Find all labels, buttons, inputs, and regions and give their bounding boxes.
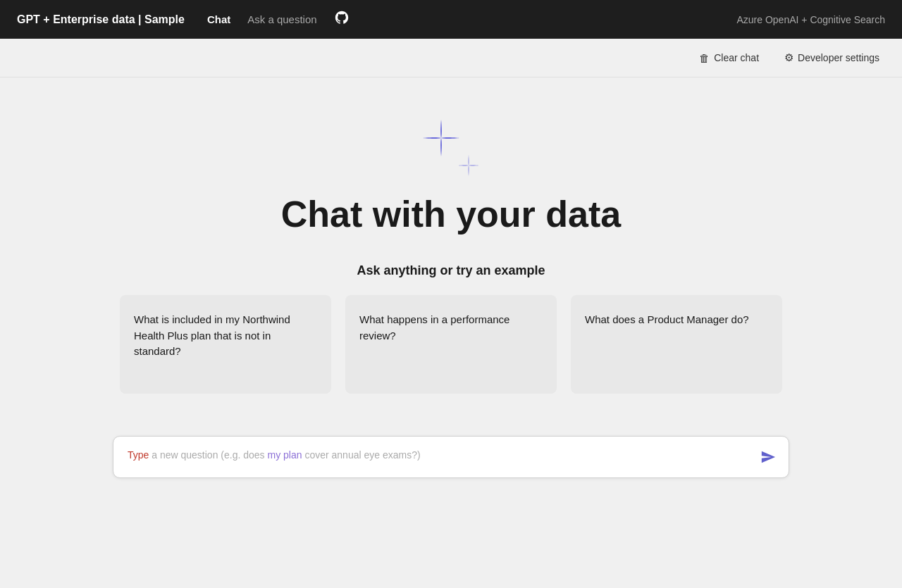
placeholder-plan: plan [283, 449, 302, 461]
example-card-2[interactable]: What happens in a performance review? [345, 295, 557, 394]
main-content: Chat with your data Ask anything or try … [0, 77, 902, 588]
sparkle-large-icon [423, 120, 459, 156]
example-card-3-text: What does a Product Manager do? [585, 312, 749, 328]
send-button[interactable] [758, 446, 779, 468]
placeholder-my: my [267, 449, 280, 461]
placeholder-text-1: a new question (e.g. does [152, 449, 267, 461]
example-card-1[interactable]: What is included in my Northwind Health … [120, 295, 331, 394]
sparkle-small-icon [458, 155, 479, 176]
brand-title: GPT + Enterprise data | Sample [17, 13, 185, 26]
example-card-3[interactable]: What does a Product Manager do? [571, 295, 782, 394]
sparkle-decoration [423, 120, 479, 176]
example-card-2-text: What happens in a performance review? [359, 312, 543, 344]
page-title: Chat with your data [281, 193, 621, 235]
navbar: GPT + Enterprise data | Sample Chat Ask … [0, 0, 902, 39]
clear-chat-label: Clear chat [714, 52, 759, 63]
placeholder-type: Type [128, 449, 149, 461]
trash-icon: 🗑 [699, 52, 710, 64]
chat-input-placeholder: Type a new question (e.g. does my plan c… [128, 448, 746, 463]
clear-chat-button[interactable]: 🗑 Clear chat [693, 49, 765, 67]
developer-settings-button[interactable]: ⚙ Developer settings [779, 49, 885, 67]
example-card-1-text: What is included in my Northwind Health … [134, 312, 317, 360]
developer-settings-label: Developer settings [798, 52, 879, 63]
toolbar: 🗑 Clear chat ⚙ Developer settings [0, 39, 902, 77]
gear-icon: ⚙ [784, 51, 793, 64]
subtitle: Ask anything or try an example [357, 263, 545, 278]
example-cards-container: What is included in my Northwind Health … [120, 295, 782, 394]
github-icon[interactable] [334, 10, 350, 29]
send-icon [760, 449, 776, 465]
navbar-right-text: Azure OpenAI + Cognitive Search [736, 14, 885, 25]
nav-ask-question[interactable]: Ask a question [247, 13, 316, 25]
navbar-left: GPT + Enterprise data | Sample Chat Ask … [17, 10, 350, 29]
chat-input-container: Type a new question (e.g. does my plan c… [113, 436, 789, 478]
nav-chat[interactable]: Chat [207, 13, 230, 25]
navbar-nav: Chat Ask a question [207, 10, 350, 29]
placeholder-text-3: cover annual eye exams?) [304, 449, 420, 461]
